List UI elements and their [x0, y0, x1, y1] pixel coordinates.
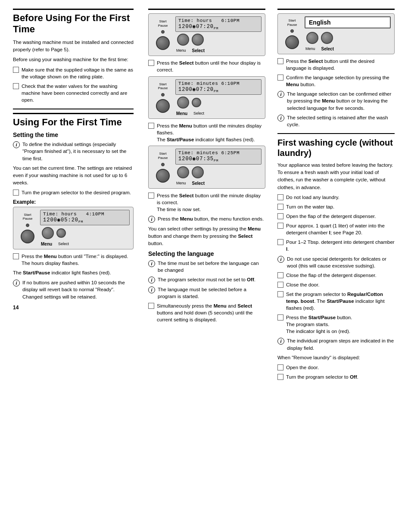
right-info-text-2: The selected setting is retained after t… — [287, 114, 395, 128]
mid-body-1: You can select other settings by pressin… — [148, 225, 265, 248]
right-info-1: i The language selection can be confirme… — [277, 90, 395, 111]
mid-panel2-left: StartPause — [152, 82, 174, 113]
mid-lang-info-3: i The language must be selected before a… — [148, 286, 265, 300]
right-bullet-r9: Press the Start/Pause button.The program… — [277, 314, 395, 335]
menu-label-example: Menu — [41, 242, 52, 246]
info-text-1: To define the individual settings (espec… — [22, 141, 134, 162]
right-panel-select-knob[interactable] — [321, 32, 333, 44]
right-panel-right: English Menu Select — [305, 16, 391, 51]
btn-labels-example: Menu Select — [40, 242, 130, 246]
right-info-text-1: The language selection can be confirmed … — [287, 90, 395, 111]
panel-start-pause-label: StartPause — [23, 213, 33, 221]
subsection-setting-time: Setting the time — [13, 131, 134, 138]
mid-panel2-select-label: Select — [193, 111, 204, 116]
right-bullet-text-1: Press the Select button until the desire… — [286, 58, 395, 72]
menu-knob-example[interactable] — [42, 227, 54, 239]
right-bullet-r4: Pour approx. 1 quart (1 liter) of water … — [277, 222, 395, 236]
mid-panel1-select-label: Select — [192, 48, 205, 53]
right-checkbox-r6 — [277, 272, 283, 278]
mid-panel1-knob[interactable] — [156, 36, 170, 50]
mid-display-2: Time: minutes 6:10PM 1200◉07:20PM — [175, 79, 262, 95]
right-panel-menu-label: Menu — [305, 47, 315, 51]
right-bullet-text-r7: Close the door. — [286, 281, 395, 288]
mid-display3-line1: Time: minutes 6:25PM — [178, 150, 258, 156]
right-bullet-text-r11: Turn the program selector to Off. — [286, 373, 395, 380]
panel-indicator-dot — [26, 224, 29, 227]
mid-display3-line2: 1200◉07:35PM — [178, 156, 258, 162]
mid-panel3-select-knob[interactable] — [192, 166, 204, 178]
mid-panel3-menu-knob[interactable] — [177, 166, 189, 178]
right-checkbox-r9 — [277, 314, 283, 320]
bullet-2: Check that the water valves for the wash… — [13, 83, 134, 103]
mid-display-1: Time: hours 6:10PM 1200◉07:20PM — [175, 16, 262, 32]
mid-bullet-text-2: Press the Menu button until the minutes … — [157, 122, 265, 143]
right-panel-knob[interactable] — [285, 35, 299, 49]
right-bullet-r8: Set the program selector to Regular/Cott… — [277, 291, 395, 311]
right-panel-sp-label: StartPause — [287, 19, 297, 27]
right-bullet-text-r9: Press the Start/Pause button.The program… — [286, 314, 395, 335]
mid-lang-text-1: The time must be set before the language… — [158, 260, 265, 274]
right-bullet-r10: Open the door. — [277, 364, 395, 371]
right-info-text-4: The individual program steps are indicat… — [287, 337, 395, 351]
checkbox-icon-2 — [13, 83, 19, 89]
mid-display1-line2: 1200◉07:20PM — [178, 23, 258, 30]
mid-panel3-menu-label: Menu — [176, 181, 186, 186]
mid-panel2-select-knob[interactable] — [192, 98, 201, 107]
mid-lang-icon-1: i — [148, 260, 155, 267]
info-box-2: i If no buttons are pushed within 10 sec… — [13, 279, 134, 300]
mid-panel-2: StartPause Time: minutes 6:10PM 1200◉07:… — [148, 76, 265, 119]
mid-panel2-menu-knob[interactable] — [177, 96, 189, 109]
right-checkbox-r1 — [277, 194, 283, 200]
right-panel-menu-knob[interactable] — [306, 32, 318, 44]
mid-panel3-knob[interactable] — [156, 169, 170, 183]
mid-checkbox-1 — [148, 60, 154, 66]
mid-top-border — [148, 9, 265, 12]
mid-panel1-buttons — [175, 34, 262, 46]
bullet-text-2: Check that the water valves for the wash… — [22, 83, 134, 103]
mid-panel1-dot — [161, 30, 165, 34]
mid-bullet-text-1: Press the Select button until the hour d… — [157, 59, 265, 73]
right-bullet-r7: Close the door. — [277, 281, 395, 288]
panel-selector-knob[interactable] — [21, 230, 34, 243]
mid-display-3: Time: minutes 6:25PM 1200◉07:35PM — [175, 149, 262, 164]
section1-body1: The washing machine must be installed an… — [13, 39, 134, 54]
first-wash-title: First washing cycle (without laundry) — [277, 137, 395, 158]
mid-panel1-left: StartPause — [152, 19, 174, 50]
right-info-2: i The selected setting is retained after… — [277, 114, 395, 128]
bullet-text-3: Turn the program selector to the desired… — [22, 189, 134, 196]
english-panel: StartPause English Menu Select — [277, 13, 395, 54]
example-label: Example: — [13, 199, 134, 205]
right-checkbox-r3 — [277, 213, 283, 219]
right-info-icon-2: i — [277, 115, 284, 121]
separator-1 — [13, 109, 134, 109]
mid-lang-checkbox-1 — [148, 303, 154, 309]
mid-panel1-labels: Menu Select — [175, 48, 262, 53]
mid-bullet-2: Press the Menu button until the minutes … — [148, 122, 265, 143]
mid-panel1-menu-knob[interactable] — [177, 34, 189, 46]
checkbox-icon-1 — [13, 67, 19, 73]
right-checkbox-r8 — [277, 291, 283, 297]
mid-panel2-labels: Menu Select — [175, 111, 262, 116]
right-checkbox-r7 — [277, 282, 283, 288]
right-panel-dot — [290, 29, 294, 33]
mid-panel1-right: Time: hours 6:10PM 1200◉07:20PM Menu Sel… — [175, 16, 262, 53]
right-bullet-r3: Open the flap of the detergent dispenser… — [277, 213, 395, 220]
section2-title: Using For the First Time — [13, 113, 134, 128]
display-line2-example: 1200◉05:20PM — [43, 217, 127, 224]
mid-panel1-select-knob[interactable] — [192, 34, 204, 46]
mid-panel2-knob[interactable] — [156, 99, 170, 113]
right-bullet-text-r8: Set the program selector to Regular/Cott… — [286, 291, 395, 311]
mid-checkbox-3 — [148, 193, 154, 199]
right-bullet-text-2: Confirm the language selection by pressi… — [286, 74, 395, 88]
right-bullet-text-r1: Do not load any laundry. — [286, 194, 395, 201]
right-bullet-r11: Turn the program selector to Off. — [277, 373, 395, 380]
bullet-1: Make sure that the supplied voltage is t… — [13, 66, 134, 80]
mid-display1-line1: Time: hours 6:10PM — [178, 18, 258, 23]
right-panel-buttons — [305, 32, 391, 44]
right-panel-left: StartPause — [281, 19, 303, 49]
english-display: English — [305, 16, 391, 28]
bullet-press-menu: Press the Menu button until "Time:" is d… — [13, 253, 134, 267]
mid-panel1-menu-label: Menu — [176, 48, 186, 53]
select-knob-example[interactable] — [56, 228, 66, 238]
right-bullet-r2: Turn on the water tap. — [277, 203, 395, 210]
